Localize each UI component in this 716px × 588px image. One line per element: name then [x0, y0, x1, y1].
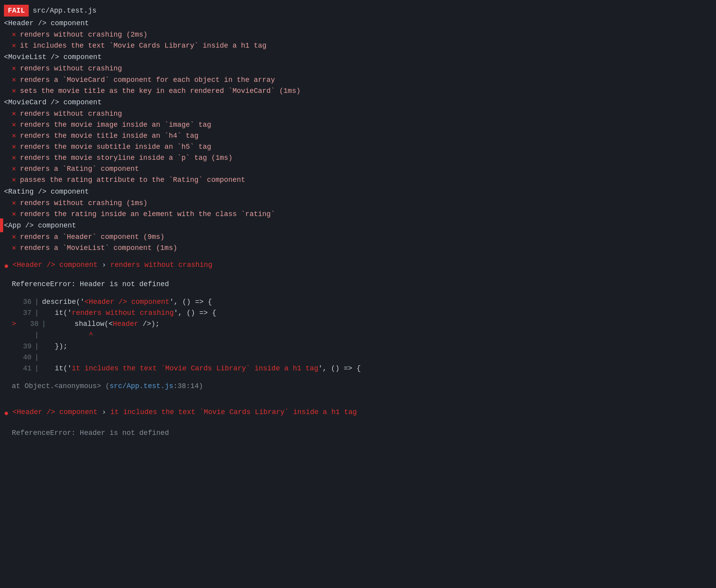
section-moviecard-component: <MovieCard /> component	[0, 96, 716, 108]
test-label: renders a `MovieCard` component for each…	[20, 75, 275, 85]
fail-badge: FAIL	[4, 5, 29, 17]
pipe: |	[35, 330, 39, 340]
pipe: |	[35, 308, 39, 318]
line-number: 38	[27, 319, 39, 329]
code-line-40: 40 |	[0, 352, 716, 363]
line-number: 37	[12, 308, 31, 318]
section-app-component: <App /> component	[0, 220, 716, 231]
x-mark-icon: ✕	[12, 75, 16, 85]
line-number: 36	[12, 297, 31, 307]
x-mark-icon: ✕	[12, 209, 16, 219]
caret-line: | ^	[0, 329, 716, 340]
test-item: ✕ renders the movie storyline inside a `…	[0, 152, 716, 163]
arrow-indicator: >	[12, 319, 24, 329]
x-mark-icon: ✕	[12, 198, 16, 208]
test-label: renders without crashing	[20, 109, 122, 119]
line-number: 41	[12, 363, 31, 374]
error-bullet-1: ● <Header /> component › renders without…	[0, 257, 716, 275]
file-path: src/App.test.js	[33, 6, 96, 16]
x-mark-icon: ✕	[12, 30, 16, 40]
error-text-2: ReferenceError: Header is not defined	[0, 424, 716, 442]
test-name-2: it includes the text `Movie Cards Librar…	[110, 408, 357, 416]
bullet-icon: ●	[4, 261, 9, 272]
code-content: describe('<Header /> component', () => {	[42, 297, 212, 307]
test-label: renders the movie image inside an `image…	[20, 120, 211, 130]
section-rating-component: <Rating /> component	[0, 186, 716, 198]
test-label: sets the movie title as the key in each …	[20, 86, 301, 96]
test-label: it includes the text `Movie Cards Librar…	[20, 41, 267, 51]
x-mark-icon: ✕	[12, 109, 16, 119]
section-header-component: <Header /> component	[0, 17, 716, 29]
arrow-text: ›	[102, 261, 111, 269]
x-mark-icon: ✕	[12, 142, 16, 152]
pipe: |	[35, 341, 39, 351]
test-item: ✕ renders the movie image inside an `ima…	[0, 119, 716, 130]
test-item: ✕ it includes the text `Movie Cards Libr…	[0, 40, 716, 51]
code-content: it('renders without crashing', () => {	[42, 308, 216, 318]
divider	[0, 253, 716, 257]
at-line-1: at Object.<anonymous> (src/App.test.js:3…	[0, 378, 716, 394]
code-line-36: 36 | describe('<Header /> component', ()…	[0, 296, 716, 307]
test-label: passes the rating attribute to the `Rati…	[20, 175, 245, 185]
test-item: ✕ renders without crashing	[0, 63, 716, 74]
test-item: ✕ renders without crashing	[0, 108, 716, 119]
pipe: |	[42, 319, 46, 329]
test-label: renders the movie subtitle inside an `h5…	[20, 142, 211, 152]
code-line-41: 41 | it('it includes the text `Movie Car…	[0, 363, 716, 374]
code-content: it('it includes the text `Movie Cards Li…	[42, 363, 361, 374]
pipe: |	[35, 297, 39, 307]
x-mark-icon: ✕	[12, 63, 16, 74]
x-mark-icon: ✕	[12, 175, 16, 185]
test-item: ✕ passes the rating attribute to the `Ra…	[0, 174, 716, 185]
test-label: renders without crashing	[20, 63, 122, 74]
x-mark-icon: ✕	[12, 164, 16, 174]
error-bullet-title-1: <Header /> component › renders without c…	[13, 260, 212, 270]
caret: ^	[42, 330, 93, 340]
code-content: shallow(<Header />);	[49, 319, 160, 329]
code-line-38: > 38 | shallow(<Header />);	[0, 318, 716, 329]
test-label: renders the movie title inside an `h4` t…	[20, 131, 199, 141]
line-number: 39	[12, 341, 31, 351]
test-label: renders the movie storyline inside a `p`…	[20, 153, 233, 163]
test-label: renders without crashing (2ms)	[20, 30, 148, 40]
test-label: renders a `Header` component (9ms)	[20, 232, 164, 242]
x-mark-icon: ✕	[12, 86, 16, 96]
x-mark-icon: ✕	[12, 120, 16, 130]
test-label: renders without crashing (1ms)	[20, 198, 148, 208]
pipe: |	[35, 363, 39, 374]
test-item: ✕ renders a `MovieList` component (1ms)	[0, 242, 716, 253]
x-mark-icon: ✕	[12, 41, 16, 51]
test-item: ✕ renders the rating inside an element w…	[0, 209, 716, 220]
code-line-37: 37 | it('renders without crashing', () =…	[0, 307, 716, 318]
test-label: renders a `Rating` component	[20, 164, 139, 174]
x-mark-icon: ✕	[12, 153, 16, 163]
test-item: ✕ renders without crashing (1ms)	[0, 198, 716, 209]
code-content: });	[42, 341, 68, 351]
line-number	[12, 330, 31, 340]
test-label: renders a `MovieList` component (1ms)	[20, 243, 177, 253]
error-bullet-2: ● <Header /> component › it includes the…	[0, 402, 716, 421]
test-item: ✕ renders a `Header` component (9ms)	[0, 231, 716, 242]
arrow-text-2: ›	[102, 408, 111, 416]
test-item: ✕ renders the movie title inside an `h4`…	[0, 130, 716, 141]
test-item: ✕ renders a `Rating` component	[0, 163, 716, 174]
header-line: FAIL src/App.test.js	[0, 4, 716, 17]
test-item: ✕ renders without crashing (2ms)	[0, 29, 716, 40]
section-movielist-component: <MovieList /> component	[0, 51, 716, 63]
bullet-icon: ●	[4, 408, 9, 419]
red-sidebar-indicator	[0, 218, 3, 232]
x-mark-icon: ✕	[12, 232, 16, 242]
component-tag: <Header /> component	[13, 261, 98, 269]
test-label: renders the rating inside an element wit…	[20, 209, 275, 219]
test-item: ✕ renders a `MovieCard` component for ea…	[0, 74, 716, 85]
error-text-1: ReferenceError: Header is not defined	[0, 275, 716, 293]
test-name: renders without crashing	[110, 261, 212, 269]
error-bullet-title-2: <Header /> component › it includes the t…	[13, 407, 357, 417]
at-link[interactable]: src/App.test.js	[109, 382, 173, 390]
test-item: ✕ sets the movie title as the key in eac…	[0, 85, 716, 96]
x-mark-icon: ✕	[12, 131, 16, 141]
pipe: |	[35, 352, 39, 362]
component-tag-2: <Header /> component	[13, 408, 98, 416]
test-item: ✕ renders the movie subtitle inside an `…	[0, 141, 716, 152]
x-mark-icon: ✕	[12, 243, 16, 253]
